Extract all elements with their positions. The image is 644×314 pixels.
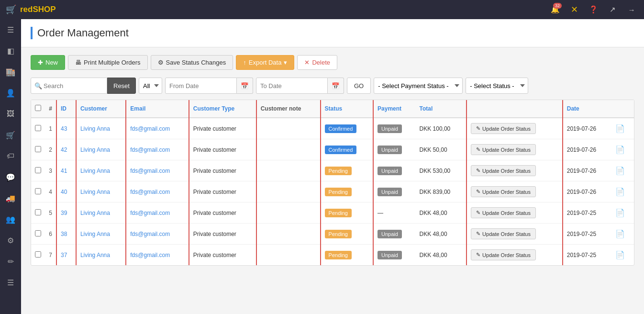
email-link[interactable]: fds@gmail.com: [130, 146, 170, 153]
export-button[interactable]: ↑ Export Data ▾: [236, 55, 294, 70]
row-number: 5: [45, 202, 56, 224]
pdf-icon[interactable]: 📄: [615, 209, 625, 217]
order-id-link[interactable]: 38: [61, 231, 67, 237]
sidebar-user-icon[interactable]: 👤: [0, 82, 21, 103]
row-total: DKK 48,00: [416, 224, 467, 245]
header-email-col[interactable]: Email: [126, 100, 189, 118]
logout-icon: →: [628, 6, 635, 14]
header-total-col[interactable]: Total: [416, 100, 467, 118]
status-badge: Pending: [325, 188, 352, 196]
sidebar-media-icon[interactable]: 🖼: [0, 103, 21, 124]
save-status-button[interactable]: ⚙ Save Status Changes: [151, 55, 233, 70]
reset-button[interactable]: Reset: [107, 78, 136, 94]
row-checkbox-cell: [31, 245, 45, 266]
brand-logo[interactable]: 🛒 redSHOP: [0, 4, 86, 15]
email-link[interactable]: fds@gmail.com: [130, 168, 170, 174]
customer-link[interactable]: Living Anna: [80, 252, 110, 258]
order-id-link[interactable]: 43: [61, 125, 67, 132]
pdf-icon[interactable]: 📄: [615, 124, 625, 133]
status-select[interactable]: - Select Status -: [466, 78, 528, 94]
external-link-button[interactable]: ↗: [604, 1, 621, 18]
order-id-link[interactable]: 42: [61, 146, 67, 153]
sidebar-menu-icon[interactable]: ☰: [0, 19, 21, 40]
update-order-status-button[interactable]: ✎ Update Order Status: [471, 207, 536, 218]
sidebar-edit-icon[interactable]: ✏: [0, 251, 21, 272]
row-id: 37: [56, 245, 76, 266]
email-link[interactable]: fds@gmail.com: [130, 231, 170, 237]
update-order-status-button[interactable]: ✎ Update Order Status: [471, 123, 536, 134]
sidebar-tags-icon[interactable]: 🏷: [0, 146, 21, 167]
update-order-status-button[interactable]: ✎ Update Order Status: [471, 165, 536, 176]
customer-link[interactable]: Living Anna: [80, 168, 110, 174]
update-order-status-button[interactable]: ✎ Update Order Status: [471, 186, 536, 197]
row-checkbox[interactable]: [35, 188, 41, 194]
from-date-input[interactable]: [165, 78, 237, 94]
sidebar-chat-icon[interactable]: 💬: [0, 167, 21, 188]
header-customer-col[interactable]: Customer: [76, 100, 126, 118]
order-id-link[interactable]: 37: [61, 252, 67, 258]
customer-link[interactable]: Living Anna: [80, 189, 110, 195]
email-link[interactable]: fds@gmail.com: [130, 125, 170, 132]
sidebar-customers-icon[interactable]: 👥: [0, 209, 21, 230]
row-date: 2019-07-26: [563, 139, 611, 160]
row-checkbox[interactable]: [35, 146, 41, 152]
search-input[interactable]: [31, 78, 107, 94]
customer-link[interactable]: Living Anna: [80, 125, 110, 132]
from-date-calendar-button[interactable]: 📅: [237, 78, 253, 94]
table-header-row: # ID Customer Email Customer Type Custom…: [31, 100, 634, 118]
to-date-calendar-button[interactable]: 📅: [328, 78, 344, 94]
order-id-link[interactable]: 41: [61, 168, 67, 174]
sidebar: ☰ ◧ 🏬 👤 🖼 🛒 🏷 💬 🚚 👥 ⚙ ✏ ☰: [0, 19, 21, 314]
row-checkbox[interactable]: [35, 230, 41, 236]
select-all-checkbox[interactable]: [35, 105, 41, 111]
row-total: DKK 839,00: [416, 181, 467, 202]
sidebar-orders-icon[interactable]: 🛒: [0, 124, 21, 146]
table-body: 1 43 Living Anna fds@gmail.com Private c…: [31, 118, 634, 265]
extension-button[interactable]: ✕: [566, 1, 583, 18]
sidebar-more-icon[interactable]: ☰: [0, 272, 21, 293]
notification-button[interactable]: 🔔 32: [546, 1, 564, 18]
payment-status-select[interactable]: - Select Payment Status -: [374, 78, 463, 94]
header-payment-col[interactable]: Payment: [373, 100, 415, 118]
row-customer: Living Anna: [76, 118, 126, 139]
sidebar-shop-icon[interactable]: 🏬: [0, 61, 21, 82]
delete-button[interactable]: ✕ Delete: [297, 55, 337, 70]
row-checkbox[interactable]: [35, 209, 41, 215]
row-checkbox[interactable]: [35, 251, 41, 258]
row-checkbox[interactable]: [35, 125, 41, 131]
email-link[interactable]: fds@gmail.com: [130, 189, 170, 195]
order-id-link[interactable]: 39: [61, 210, 67, 216]
pdf-icon[interactable]: 📄: [615, 188, 625, 196]
sidebar-shipping-icon[interactable]: 🚚: [0, 188, 21, 209]
header-status-col[interactable]: Status: [321, 100, 374, 118]
logout-button[interactable]: →: [623, 1, 640, 18]
pdf-icon[interactable]: 📄: [615, 251, 625, 259]
topnav-actions: 🔔 32 ✕ ❓ ↗ →: [546, 1, 644, 18]
customer-link[interactable]: Living Anna: [80, 231, 110, 237]
sidebar-dashboard-icon[interactable]: ◧: [0, 40, 21, 61]
pdf-icon[interactable]: 📄: [615, 146, 625, 154]
customer-link[interactable]: Living Anna: [80, 210, 110, 216]
sidebar-settings-icon[interactable]: ⚙: [0, 230, 21, 251]
go-button[interactable]: GO: [347, 78, 371, 94]
new-button[interactable]: ✚ New: [31, 55, 65, 70]
pdf-icon[interactable]: 📄: [615, 230, 625, 238]
email-link[interactable]: fds@gmail.com: [130, 252, 170, 258]
order-id-link[interactable]: 40: [61, 189, 67, 195]
print-button[interactable]: 🖶 Print Multiple Orders: [68, 55, 147, 70]
pdf-icon[interactable]: 📄: [615, 167, 625, 175]
all-select[interactable]: All: [139, 78, 162, 94]
header-customer-type-col[interactable]: Customer Type: [189, 100, 256, 118]
row-checkbox[interactable]: [35, 167, 41, 173]
header-id-col[interactable]: ID: [56, 100, 76, 118]
email-link[interactable]: fds@gmail.com: [130, 210, 170, 216]
customer-link[interactable]: Living Anna: [80, 146, 110, 153]
update-order-status-button[interactable]: ✎ Update Order Status: [471, 228, 536, 239]
to-date-input[interactable]: [256, 78, 328, 94]
update-order-status-button[interactable]: ✎ Update Order Status: [471, 144, 536, 155]
row-number: 7: [45, 245, 56, 266]
help-button[interactable]: ❓: [585, 1, 602, 18]
row-pdf: 📄: [611, 181, 634, 202]
header-date-col[interactable]: Date: [563, 100, 611, 118]
update-order-status-button[interactable]: ✎ Update Order Status: [471, 249, 536, 260]
